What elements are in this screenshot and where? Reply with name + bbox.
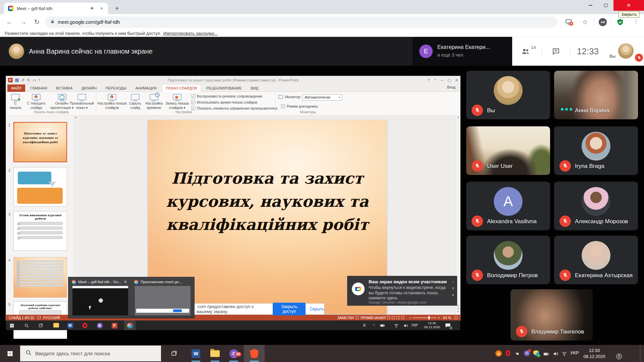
window-close-button[interactable]: ✕	[613, 0, 644, 11]
ppt-tab-slideshow[interactable]: ПОКАЗ СЛАЙДОВ	[162, 84, 201, 92]
ribbon-checkbox-timings[interactable]: ✓Использовать время показа слайдов	[191, 100, 257, 104]
status-comments[interactable]: ПРИМЕЧАНИЯ	[361, 316, 386, 320]
tray-defender-icon[interactable]: ✓	[533, 350, 539, 356]
ppt-restore-icon[interactable]: ▢	[447, 78, 451, 82]
shared-tray-chevron-icon[interactable]: ⌃	[370, 322, 378, 329]
tray-speaker-icon[interactable]	[553, 351, 558, 358]
tab-audio-icon[interactable]	[90, 6, 95, 12]
shared-language[interactable]: УКР	[411, 323, 418, 327]
shared-viber-icon[interactable]: ✆	[96, 322, 103, 329]
ribbon-record-slideshow-button[interactable]: Запись показа слайдов ▾	[165, 93, 189, 110]
participant-tile-iryna[interactable]: Iryna Braga	[554, 126, 638, 175]
ppt-tab-file[interactable]: ФАЙЛ	[7, 84, 25, 92]
shared-powerpoint-icon[interactable]: P	[111, 322, 118, 329]
ppt-sign-in[interactable]: Вход	[447, 85, 455, 89]
ppt-tab-transitions[interactable]: ПЕРЕХОДЫ	[102, 84, 130, 92]
zoom-in-icon[interactable]: +	[438, 316, 440, 320]
taskbar-brave-icon[interactable]	[248, 347, 261, 360]
window-restore-button[interactable]	[598, 0, 613, 11]
preview-thumbnail[interactable]	[135, 286, 191, 315]
screen-share-stop-icon[interactable]	[566, 18, 573, 27]
shared-folder-icon[interactable]	[52, 322, 60, 329]
monitor-dropdown[interactable]: Автоматически▾	[303, 94, 342, 101]
preview-card-share-dialog[interactable]: Приложению meet.google.co...	[133, 279, 193, 317]
view-slideshow-icon[interactable]	[401, 316, 404, 319]
zoom-level[interactable]: 84 %	[443, 316, 451, 320]
lock-icon[interactable]	[50, 19, 55, 25]
status-language[interactable]: РУССКИЙ	[43, 316, 60, 320]
browser-tab[interactable]: Meet – gdf-ftaf-tdh ×	[4, 3, 108, 14]
ppt-ribbon-options-icon[interactable]: ⌃	[434, 78, 437, 82]
participant-tile-morozov[interactable]: Александр Морозов	[554, 182, 638, 230]
task-view-icon[interactable]	[168, 347, 180, 360]
tray-clock[interactable]: 12:33 08.12.2020	[582, 348, 606, 359]
tray-volume-mixer-icon[interactable]	[515, 351, 521, 358]
adblock-extension-icon[interactable]: AB	[599, 18, 607, 26]
action-center-icon[interactable]: 2	[611, 349, 620, 357]
ribbon-setup-slideshow-button[interactable]: Настройка показа слайдов	[97, 93, 127, 110]
shared-task-view-icon[interactable]	[37, 322, 44, 329]
preview-thumbnail[interactable]	[72, 286, 128, 315]
tray-language[interactable]: УКР	[570, 350, 579, 355]
ppt-minimize-icon[interactable]: ─	[441, 78, 444, 82]
shared-opera-icon[interactable]	[81, 322, 89, 329]
new-tab-button[interactable]: +	[113, 4, 121, 13]
participant-tile-anna[interactable]: Анна Варина	[554, 71, 638, 119]
shared-notifications-icon[interactable]: 4	[444, 322, 451, 329]
zoom-slider[interactable]	[413, 317, 436, 318]
ribbon-from-beginning-button[interactable]: С начала	[8, 93, 23, 110]
taskbar-search-box[interactable]	[20, 346, 161, 361]
participants-icon[interactable]	[521, 47, 530, 57]
slide-thumbnail-1[interactable]: Підготовка та захист курсових, наукових …	[13, 122, 67, 162]
participant-tile-alexandra[interactable]: A Alexandra Vasilivna	[466, 182, 550, 230]
tray-viber-icon[interactable]: ✆	[524, 350, 530, 356]
ppt-tab-view[interactable]: ВИД	[247, 84, 262, 92]
participant-tile-user-user[interactable]: User User	[466, 126, 550, 175]
tray-opera-icon[interactable]	[506, 350, 510, 356]
ribbon-checkbox-media-controls[interactable]: ✓Показать элементы управления проигрыват…	[191, 106, 277, 110]
slide-thumbnail-3[interactable]: Етапи виконання курсової роботи	[13, 211, 67, 251]
participant-tile-you[interactable]: Вы	[466, 71, 550, 119]
tab-close-icon[interactable]: ×	[99, 5, 105, 11]
ribbon-from-current-slide-button[interactable]: С текущего слайда	[23, 93, 49, 110]
taskbar-folder-icon[interactable]	[209, 347, 221, 360]
stop-sharing-button[interactable]: Закрыть доступ	[273, 303, 306, 315]
ribbon-checkbox-narration[interactable]: ✓Воспроизвести речевое сопровождение	[191, 94, 262, 98]
browser-menu-icon[interactable]: ⋮	[632, 17, 640, 25]
slide-thumbnail-4[interactable]	[13, 257, 67, 298]
address-bar[interactable]: meet.google.com/gdf-ftaf-tdh	[45, 16, 557, 28]
notification-pin-icon[interactable]: ⇞	[452, 287, 454, 290]
ribbon-checkbox-presenter-mode[interactable]: ✓Режим докладчика	[281, 104, 318, 108]
reload-icon[interactable]: ↻	[33, 18, 41, 26]
screen-share-notification[interactable]: Ваш экран виден всем участникам Чтобы ве…	[347, 276, 457, 306]
shared-start-button[interactable]	[8, 322, 15, 329]
ppt-tab-insert[interactable]: ВСТАВКА	[52, 84, 76, 92]
taskbar-viber-icon[interactable]: ✆ 60	[227, 347, 240, 360]
ppt-tab-design[interactable]: ДИЗАЙН	[78, 84, 100, 92]
bookmark-star-icon[interactable]: ☆	[581, 18, 589, 26]
status-notes[interactable]: ЗАМЕТКИ	[337, 316, 354, 320]
participant-tile-petrov[interactable]: Володимир Петров	[466, 236, 550, 284]
forward-icon[interactable]: →	[19, 18, 28, 26]
hide-share-bar-button[interactable]: Скрыть	[310, 307, 324, 311]
chat-icon[interactable]	[552, 47, 560, 57]
import-bookmarks-link[interactable]: Импортировать закладки...	[163, 31, 218, 36]
zoom-out-icon[interactable]: ─	[409, 316, 411, 320]
ribbon-hide-slide-button[interactable]: Скрыть слайд	[127, 93, 143, 110]
participants-summary[interactable]: E Екатерина Екатери... и еще 3 чел.	[413, 37, 512, 66]
shared-word-icon[interactable]: W	[66, 322, 74, 329]
start-button[interactable]	[4, 347, 16, 360]
view-reading-icon[interactable]	[396, 316, 399, 319]
ppt-close-icon[interactable]: ✕	[455, 78, 458, 82]
shared-people-tray-icon[interactable]	[361, 322, 368, 329]
ppt-tab-review[interactable]: РЕЦЕНЗИРОВАНИЕ	[203, 84, 246, 92]
show-desktop-button[interactable]	[640, 345, 640, 362]
back-icon[interactable]: ←	[5, 18, 13, 26]
participant-tile-akhtyrskaya[interactable]: Екатерина Ахтырская	[554, 236, 638, 284]
ribbon-rehearse-timings-button[interactable]: Настройка времени	[144, 93, 164, 110]
shared-search-icon[interactable]	[23, 322, 30, 329]
ppt-tab-home[interactable]: ГЛАВНАЯ	[26, 84, 51, 92]
search-input[interactable]	[35, 351, 143, 356]
view-normal-icon[interactable]	[387, 316, 390, 319]
window-minimize-button[interactable]	[583, 0, 598, 11]
